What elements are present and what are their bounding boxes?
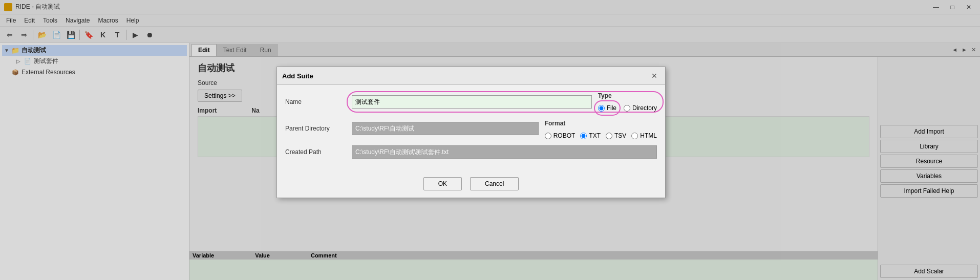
html-radio-label[interactable]: HTML: [640, 132, 657, 139]
format-section: Format ROBOT TXT TSV: [545, 118, 657, 139]
name-input[interactable]: [352, 95, 592, 109]
name-row: Name Type File Dir: [285, 92, 657, 112]
created-path-row: Created Path: [285, 145, 657, 159]
modal-overlay: Add Suite ✕ Name Type File: [0, 0, 980, 280]
type-radio-group: File Directory: [598, 104, 657, 112]
name-field-wrapper: [352, 95, 592, 109]
html-radio[interactable]: [631, 133, 638, 139]
txt-radio-label[interactable]: TXT: [589, 132, 601, 139]
tsv-radio-option: TSV: [606, 132, 626, 139]
created-path-label: Created Path: [285, 148, 352, 156]
txt-radio[interactable]: [580, 133, 587, 139]
parent-dir-label: Parent Directory: [285, 125, 352, 132]
file-radio-label[interactable]: File: [607, 104, 616, 112]
parent-dir-input[interactable]: [352, 122, 539, 135]
tsv-radio[interactable]: [606, 133, 612, 139]
parent-dir-row: Parent Directory Format ROBOT TXT: [285, 118, 657, 139]
file-radio-wrapper: File: [598, 104, 616, 112]
html-radio-option: HTML: [631, 132, 657, 139]
dialog-footer: OK Cancel: [277, 172, 665, 198]
dialog-close-button[interactable]: ✕: [649, 70, 660, 81]
directory-radio-option: Directory: [624, 104, 657, 112]
ok-button[interactable]: OK: [423, 177, 462, 190]
format-label: Format: [545, 120, 657, 127]
format-radio-group: ROBOT TXT TSV HTML: [545, 132, 657, 139]
type-section: Type File Directory: [598, 92, 657, 112]
name-label: Name: [285, 98, 352, 105]
robot-radio-label[interactable]: ROBOT: [553, 132, 576, 139]
file-radio[interactable]: [598, 105, 605, 112]
directory-radio-label[interactable]: Directory: [632, 104, 657, 112]
dialog-body: Name Type File Dir: [277, 85, 665, 172]
robot-radio[interactable]: [545, 133, 551, 139]
add-suite-dialog: Add Suite ✕ Name Type File: [276, 67, 666, 198]
dialog-title: Add Suite: [282, 72, 313, 80]
cancel-button[interactable]: Cancel: [470, 177, 519, 190]
robot-radio-option: ROBOT: [545, 132, 576, 139]
dialog-titlebar: Add Suite ✕: [277, 67, 665, 85]
created-path-input[interactable]: [352, 145, 657, 159]
txt-radio-option: TXT: [580, 132, 601, 139]
directory-radio[interactable]: [624, 105, 630, 112]
type-label: Type: [598, 92, 657, 99]
tsv-radio-label[interactable]: TSV: [614, 132, 626, 139]
